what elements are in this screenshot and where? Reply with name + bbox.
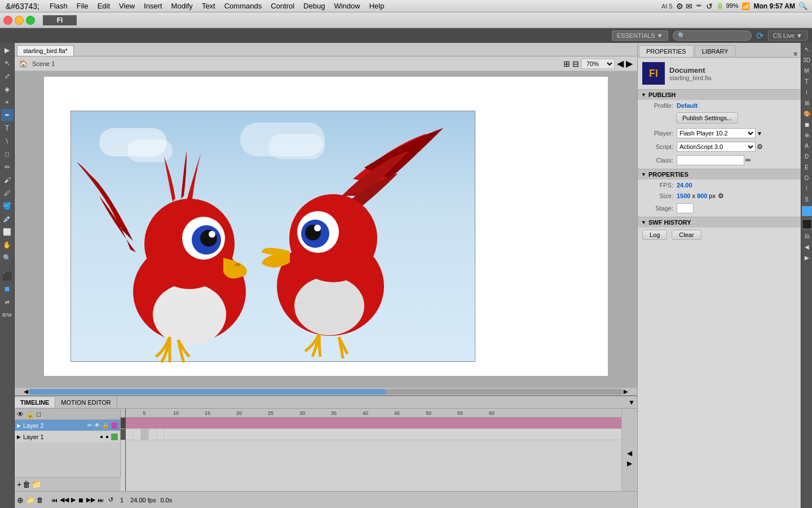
- lasso-tool[interactable]: ⌖: [1, 96, 14, 108]
- right-color-fill-swatch[interactable]: [802, 206, 812, 216]
- layer-outline-icon[interactable]: □: [37, 410, 41, 418]
- stage-color-swatch[interactable]: [677, 203, 694, 213]
- line-tool[interactable]: \: [1, 135, 14, 147]
- canvas-container[interactable]: [15, 71, 637, 387]
- size-edit-icon[interactable]: ⚙: [718, 192, 724, 200]
- swf-history-section-header[interactable]: ▼ SWF HISTORY: [638, 217, 801, 227]
- right-tool-5[interactable]: i: [802, 87, 812, 97]
- player-dropdown-icon[interactable]: ▼: [757, 130, 762, 137]
- fit-page-icon[interactable]: ⊟: [572, 59, 579, 68]
- cs-live-button[interactable]: CS Live ▼: [768, 30, 807, 41]
- delete-layer-button[interactable]: 🗑: [23, 480, 30, 489]
- selection-tool[interactable]: ▶: [1, 44, 14, 56]
- paint-bucket-tool[interactable]: 🪣: [1, 200, 14, 212]
- menu-control[interactable]: Control: [266, 0, 299, 12]
- essentials-button[interactable]: ESSENTIALS ▼: [612, 30, 668, 41]
- right-tool-14[interactable]: !: [802, 183, 812, 194]
- scroll-thumb[interactable]: [28, 389, 386, 395]
- menu-file[interactable]: File: [72, 0, 93, 12]
- free-transform-tool[interactable]: ⤢: [1, 70, 14, 82]
- sync-icon[interactable]: ⟳: [756, 30, 764, 41]
- scroll-left-button[interactable]: ◀: [24, 388, 28, 395]
- right-tool-2[interactable]: 3D: [802, 55, 812, 65]
- tl-goto-start-icon[interactable]: ⏮: [51, 497, 58, 503]
- tl-goto-end-icon[interactable]: ⏭: [98, 497, 104, 503]
- fit-width-icon[interactable]: ⊞: [563, 59, 570, 68]
- menu-view[interactable]: View: [114, 0, 139, 12]
- log-button[interactable]: Log: [642, 230, 667, 240]
- zoom-select[interactable]: 25% 50% 70% 100% 200%: [581, 59, 615, 69]
- menu-text[interactable]: Text: [197, 0, 220, 12]
- layer-visibility-icon[interactable]: 👁: [17, 410, 24, 418]
- scene-home-icon[interactable]: 🏠: [19, 60, 28, 68]
- tab-motion-editor[interactable]: MOTION EDITOR: [55, 397, 117, 408]
- tl-add-layer-icon[interactable]: ⊕: [17, 496, 24, 505]
- tl-add-folder-icon[interactable]: 📁: [26, 496, 34, 504]
- swap-colors[interactable]: ⇄: [1, 296, 14, 308]
- tab-timeline[interactable]: TIMELINE: [15, 397, 55, 408]
- hand-tool[interactable]: ✋: [1, 239, 14, 251]
- search-input[interactable]: [673, 30, 752, 41]
- text-tool[interactable]: T: [1, 122, 14, 134]
- stroke-color[interactable]: ⬛: [1, 270, 14, 282]
- right-tool-9[interactable]: ⊕: [802, 130, 812, 140]
- layer-1-lock-icon[interactable]: ●: [105, 433, 109, 440]
- gradient-tool[interactable]: ◈: [1, 83, 14, 95]
- right-tool-15[interactable]: S: [802, 194, 812, 204]
- maximize-window-button[interactable]: [26, 16, 35, 25]
- layer-2-lock-icon[interactable]: 🔒: [102, 422, 109, 428]
- layer-lock-icon[interactable]: 🔒: [26, 410, 34, 418]
- menu-window[interactable]: Window: [329, 0, 364, 12]
- scroll-right-button[interactable]: ▶: [624, 388, 628, 395]
- fps-value[interactable]: 24.00: [677, 182, 692, 189]
- script-select[interactable]: ActionScript 3.0 ActionScript 2.0: [677, 142, 756, 152]
- close-window-button[interactable]: [3, 16, 12, 25]
- player-select[interactable]: Flash Player 10.2 Flash Player 10.1 Flas…: [677, 128, 756, 138]
- right-tool-1[interactable]: ↖: [802, 44, 812, 54]
- horizontal-scrollbar[interactable]: ◀ ▶: [15, 387, 637, 395]
- right-tool-7[interactable]: 🎨: [802, 108, 812, 119]
- pen-tool[interactable]: ✒: [1, 109, 14, 121]
- timeline-scroll-left[interactable]: ◀: [627, 449, 632, 457]
- menu-modify[interactable]: Modify: [167, 0, 197, 12]
- tab-properties[interactable]: PROPERTIES: [639, 45, 694, 57]
- brush-tool[interactable]: 🖌: [1, 174, 14, 186]
- clear-button[interactable]: Clear: [672, 230, 701, 240]
- timeline-scroll-right[interactable]: ▶: [627, 459, 632, 467]
- menu-commands[interactable]: Commands: [220, 0, 266, 12]
- eraser-tool[interactable]: ⬜: [1, 226, 14, 238]
- right-tool-8[interactable]: ◼: [802, 119, 812, 129]
- menu-debug[interactable]: Debug: [299, 0, 329, 12]
- tl-play-icon[interactable]: ▶: [71, 496, 76, 503]
- eyedropper-tool[interactable]: 💉: [1, 213, 14, 225]
- right-tool-10[interactable]: A: [802, 141, 812, 151]
- search-icon[interactable]: 🔍: [798, 2, 807, 10]
- right-color-stroke-swatch[interactable]: [802, 219, 812, 229]
- layer-2-eye-icon[interactable]: 👁: [94, 422, 100, 428]
- minimize-window-button[interactable]: [15, 16, 24, 25]
- menu-help[interactable]: Help: [365, 0, 389, 12]
- layer-row-2[interactable]: ▶ Layer 2 ✏ 👁 🔒: [15, 420, 120, 431]
- tl-next-frame-icon[interactable]: ▶▶: [86, 496, 95, 503]
- right-tool-snap[interactable]: ⊟: [802, 231, 812, 241]
- properties-section-header[interactable]: ▼ PROPERTIES: [638, 169, 801, 179]
- tl-prev-frame-icon[interactable]: ◀◀: [60, 496, 69, 503]
- pencil-tool[interactable]: ✏: [1, 161, 14, 173]
- menu-edit[interactable]: Edit: [93, 0, 114, 12]
- add-layer-button[interactable]: +: [17, 480, 21, 489]
- tl-delete-icon[interactable]: 🗑: [37, 496, 43, 504]
- file-tab-starling-bird[interactable]: starling_bird.fla*: [17, 45, 74, 56]
- tl-loop-icon[interactable]: ↺: [108, 496, 113, 503]
- size-height[interactable]: 800: [697, 192, 707, 199]
- menu-flash[interactable]: Flash: [45, 0, 72, 12]
- fill-color[interactable]: ■: [1, 283, 14, 295]
- layer-row-1[interactable]: ▶ Layer 1 ● ●: [15, 431, 120, 443]
- tl-stop-icon[interactable]: ⏹: [78, 497, 84, 503]
- apple-menu[interactable]: &#63743;: [6, 2, 39, 11]
- scroll-track[interactable]: [28, 389, 624, 395]
- right-tool-4[interactable]: T: [802, 76, 812, 86]
- publish-section-header[interactable]: ▼ PUBLISH: [638, 89, 801, 100]
- right-tool-3[interactable]: M: [802, 65, 812, 76]
- add-folder-button[interactable]: 📁: [32, 480, 41, 489]
- right-tool-6[interactable]: ⊞: [802, 98, 812, 108]
